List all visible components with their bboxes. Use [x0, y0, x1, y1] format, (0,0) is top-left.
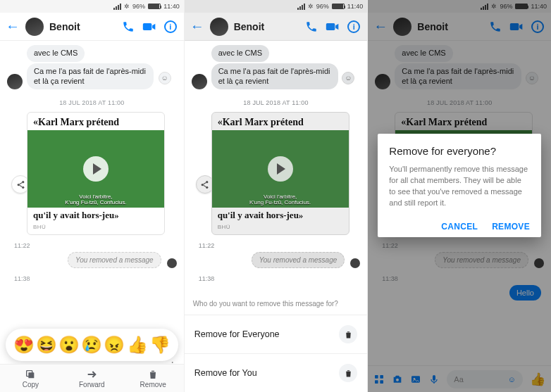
reaction-angry[interactable]: 😠 [104, 335, 125, 355]
avatar[interactable] [210, 18, 228, 36]
info-icon[interactable]: i [163, 19, 178, 34]
reaction-add-icon[interactable]: ☺ [342, 72, 354, 84]
avatar[interactable] [393, 18, 411, 36]
reaction-haha[interactable]: 😆 [36, 335, 57, 355]
status-time: 11:40 [163, 3, 180, 10]
svg-rect-15 [380, 375, 384, 379]
chat-header: ← Benoit i [0, 13, 184, 41]
camera-icon[interactable] [392, 374, 403, 385]
svg-rect-17 [380, 380, 384, 384]
sheet-question: Who do you want to remove this message f… [185, 293, 368, 315]
svg-point-20 [414, 378, 416, 380]
svg-point-2 [17, 184, 19, 186]
link-card[interactable]: «Karl Marx prétend Voici l'arbitre, K'un… [27, 112, 165, 235]
timestamp: 18 JUL 2018 AT 11:00 [7, 99, 177, 106]
svg-point-1 [22, 181, 24, 183]
screen-confirm-dialog: ✲ 96% 11:40 ← Benoit i avec le CMS Ca me… [367, 0, 551, 392]
info-icon[interactable]: i [530, 19, 545, 34]
svg-point-8 [202, 184, 204, 186]
video-caption: Voici l'arbitre, K'ung Fu-tzŭ, Confucius… [27, 193, 164, 208]
trash-icon [339, 325, 357, 343]
apps-icon[interactable] [373, 374, 385, 385]
copy-button[interactable]: Copy [0, 365, 61, 392]
svg-rect-14 [375, 375, 378, 379]
seen-avatar [167, 258, 177, 268]
time-label: 11:38 [14, 275, 173, 282]
back-icon[interactable]: ← [190, 18, 204, 34]
dialog-title: Remove for everyone? [389, 145, 530, 157]
video-icon[interactable] [142, 19, 157, 34]
reaction-sad[interactable]: 😢 [81, 335, 102, 355]
chat-header: ← Benoit i [368, 13, 551, 41]
cancel-button[interactable]: CANCEL [441, 222, 478, 232]
phone-icon[interactable] [120, 19, 136, 34]
trash-icon [339, 364, 357, 382]
removed-message[interactable]: You removed a message [68, 252, 161, 268]
status-bar: ✲ 96% 11:40 [185, 0, 368, 13]
message[interactable]: avec le CMS [27, 45, 85, 62]
svg-point-18 [396, 378, 399, 381]
emoji-icon[interactable]: ☺ [508, 375, 516, 384]
chat-area: avec le CMS Ca me l'a pas fait de l'aprè… [0, 41, 184, 392]
info-icon[interactable]: i [346, 19, 361, 34]
remove-button[interactable]: REMOVE [492, 222, 530, 232]
svg-rect-6 [326, 23, 335, 30]
card-source: BHÜ [27, 224, 164, 234]
like-icon[interactable]: 👍 [530, 372, 545, 387]
svg-point-7 [206, 181, 208, 183]
dialog-body: You'll permanently remove this message f… [389, 164, 530, 209]
remove-everyone-button[interactable]: Remove for Everyone [185, 315, 368, 353]
screen-reactions: ✲ 96% 11:40 ← Benoit i avec le CMS Ca me… [0, 0, 184, 392]
status-bar: ✲ 96% 11:40 [0, 0, 184, 13]
reaction-thumbsdown[interactable]: 👎 [149, 335, 171, 355]
card-video: Voici l'arbitre, K'ung Fu-tzŭ, Confucius… [27, 130, 164, 208]
message-input[interactable]: Aa ☺ [447, 370, 523, 388]
back-icon[interactable]: ← [373, 18, 388, 34]
back-icon[interactable]: ← [6, 18, 20, 34]
confirm-dialog: Remove for everyone? You'll permanently … [378, 134, 541, 237]
message-action-bar: Copy Forward Remove [0, 364, 184, 392]
svg-rect-16 [375, 380, 378, 384]
remove-action-sheet: Who do you want to remove this message f… [185, 293, 368, 392]
composer: Aa ☺ 👍 [368, 365, 551, 392]
contact-name[interactable]: Benoit [234, 21, 265, 32]
battery-percent: 96% [132, 3, 145, 10]
reaction-wow[interactable]: 😮 [58, 335, 80, 355]
gallery-icon[interactable] [410, 374, 421, 385]
reaction-love[interactable]: 😍 [13, 335, 35, 355]
svg-rect-0 [142, 23, 151, 30]
message-sent[interactable]: Hello [509, 285, 541, 301]
status-bar: ✲ 96% 11:40 [368, 0, 551, 13]
play-icon[interactable] [83, 156, 109, 182]
signal-icon [113, 4, 121, 10]
video-icon[interactable] [509, 19, 524, 34]
removed-message[interactable]: You removed a message [252, 252, 345, 268]
phone-icon[interactable] [488, 19, 503, 34]
link-card[interactable]: «Karl Marx prétend Voici l'arbitre,K'ung… [211, 112, 349, 235]
contact-name[interactable]: Benoit [49, 21, 80, 32]
time-label: 11:22 [14, 242, 173, 249]
card-title: «Karl Marx prétend [27, 113, 164, 130]
avatar[interactable] [25, 18, 44, 36]
svg-rect-10 [510, 23, 519, 30]
remove-button[interactable]: Remove [123, 365, 184, 392]
message[interactable]: Ca me l'a pas fait de l'après-midi et là… [27, 63, 154, 90]
chat-header: ← Benoit i [185, 13, 368, 41]
reaction-add-icon[interactable]: ☺ [159, 72, 171, 84]
svg-point-3 [22, 186, 24, 188]
svg-point-9 [206, 186, 208, 188]
video-icon[interactable] [325, 19, 340, 34]
avatar [7, 74, 23, 89]
svg-rect-4 [29, 372, 35, 378]
reaction-picker[interactable]: 😍 😆 😮 😢 😠 👍 👎 [6, 329, 178, 361]
remove-you-button[interactable]: Remove for You [185, 353, 368, 392]
battery-icon [148, 4, 161, 9]
svg-rect-19 [411, 376, 420, 382]
card-subtitle: qu'il y avait hors-jeu» [27, 208, 164, 224]
svg-rect-21 [433, 375, 435, 381]
phone-icon[interactable] [304, 19, 319, 34]
play-icon[interactable] [268, 156, 293, 182]
forward-button[interactable]: Forward [61, 365, 123, 392]
mic-icon[interactable] [428, 374, 440, 385]
reaction-thumbsup[interactable]: 👍 [127, 335, 148, 355]
